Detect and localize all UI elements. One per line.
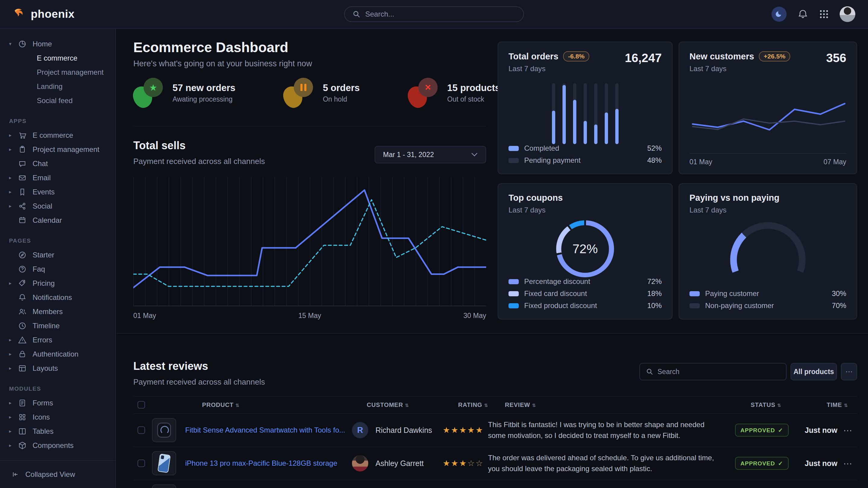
stat-value: 5 orders (323, 83, 360, 93)
warning-triangle-icon (18, 335, 27, 345)
row-checkbox[interactable] (137, 460, 145, 467)
axis-tick: 01 May (689, 158, 712, 166)
legend-item: Percentage discount 72% (508, 277, 662, 286)
legend-swatch (508, 291, 519, 296)
sidebar-item-starter[interactable]: Starter (0, 248, 115, 262)
legend-swatch (508, 303, 519, 308)
row-menu-button[interactable]: ⋯ (843, 425, 852, 435)
theme-toggle-button[interactable] (772, 7, 786, 22)
sidebar-item-ecommerce-app[interactable]: ▸ E commerce (0, 128, 115, 142)
sidebar-item-project-management-app[interactable]: ▸ Project management (0, 142, 115, 157)
user-avatar[interactable] (840, 6, 855, 22)
col-header-customer[interactable]: CUSTOMER⇅ (367, 401, 409, 409)
sidebar-item-home[interactable]: ▾ Home (0, 37, 115, 51)
reviews-search[interactable] (640, 363, 786, 380)
apps-grid-button[interactable] (819, 9, 829, 19)
more-options-button[interactable]: ⋯ (841, 363, 857, 380)
review-time: Just now (805, 426, 837, 435)
global-search[interactable] (344, 6, 524, 22)
clock-icon (18, 321, 27, 330)
reviews-search-input[interactable] (657, 368, 780, 376)
on-hold-icon (283, 77, 315, 108)
sidebar-item-label: Layouts (33, 364, 58, 372)
sidebar-item-members[interactable]: Members (0, 304, 115, 319)
sidebar-item-social[interactable]: ▸ Social (0, 199, 115, 213)
card-title: New customers (689, 52, 754, 62)
col-header-time[interactable]: TIME⇅ (827, 401, 848, 409)
sidebar-item-notifications[interactable]: Notifications (0, 290, 115, 304)
tag-icon (18, 279, 27, 288)
caret-right-icon: ▸ (9, 132, 18, 138)
legend-item: Non-paying customer 70% (689, 301, 846, 310)
caret-right-icon: ▸ (9, 175, 18, 181)
col-header-review[interactable]: REVIEW⇅ (505, 401, 536, 409)
select-all-checkbox[interactable] (137, 401, 145, 409)
axis-tick: 01 May (133, 312, 156, 320)
sidebar-item-label: Timeline (33, 322, 60, 330)
search-icon (646, 368, 653, 375)
sidebar-item-project-management-dashboard[interactable]: Project management (0, 65, 115, 79)
grid-icon (18, 413, 27, 422)
share-icon (18, 202, 27, 211)
legend-value: 30% (832, 289, 846, 298)
brand-logo[interactable]: phoenix (13, 7, 74, 21)
stat-out-of-stock: ✕ 15 products Out of stock (408, 77, 500, 108)
sidebar-item-label: Icons (33, 413, 50, 421)
sidebar-item-forms[interactable]: ▸ Forms (0, 396, 115, 410)
new-customers-value: 356 (826, 51, 846, 65)
product-thumbnail[interactable] (152, 484, 176, 488)
sidebar-item-label: Project management (33, 145, 99, 154)
new-customers-card: New customers +26.5% Last 7 days 356 01 … (679, 42, 857, 174)
sidebar-section-pages: PAGES (9, 237, 115, 244)
sort-icon: ⇅ (532, 403, 536, 408)
col-header-status[interactable]: STATUS⇅ (751, 401, 781, 409)
product-thumbnail-iphone[interactable] (152, 451, 176, 475)
sidebar-item-label: Social (33, 202, 52, 210)
product-thumbnail-smartwatch[interactable] (152, 418, 176, 442)
sidebar-item-errors[interactable]: ▸ Errors (0, 333, 115, 347)
date-range-select[interactable]: Mar 1 - 31, 2022 (375, 146, 486, 163)
sidebar-item-authentication[interactable]: ▸ Authentication (0, 347, 115, 361)
legend-swatch (508, 146, 519, 151)
sidebar-item-pricing[interactable]: ▸ Pricing (0, 276, 115, 290)
latest-reviews-title: Latest reviews (133, 360, 208, 372)
sidebar-item-tables[interactable]: ▸ Tables (0, 424, 115, 438)
sidebar-item-events[interactable]: ▸ Events (0, 185, 115, 199)
collapse-sidebar-button[interactable]: Collapsed View (0, 460, 115, 488)
sidebar-item-components[interactable]: ▸ Components (0, 438, 115, 452)
caret-right-icon: ▸ (9, 189, 18, 195)
row-menu-button[interactable]: ⋯ (843, 458, 852, 469)
stat-new-orders: ★ 57 new orders Awating processing (133, 77, 235, 108)
sidebar-item-ecommerce-dashboard[interactable]: E commerce (0, 51, 115, 65)
caret-right-icon: ▸ (9, 428, 18, 434)
sidebar-item-icons[interactable]: ▸ Icons (0, 410, 115, 424)
all-products-button[interactable]: All products (790, 363, 837, 380)
divider (116, 333, 868, 334)
sidebar-item-label: Events (33, 188, 55, 196)
reviews-table-header: PRODUCT⇅ CUSTOMER⇅ RATING⇅ REVIEW⇅ STATU… (133, 396, 857, 414)
col-header-product[interactable]: PRODUCT⇅ (202, 401, 240, 409)
total-orders-card: Total orders -6.8% Last 7 days 16,247 Co… (498, 42, 673, 174)
product-link[interactable]: Fitbit Sense Advanced Smartwatch with To… (185, 426, 345, 434)
sidebar-item-faq[interactable]: Faq (0, 262, 115, 276)
cube-icon (18, 441, 27, 450)
sidebar-item-chat[interactable]: Chat (0, 157, 115, 171)
sidebar-item-calendar[interactable]: Calendar (0, 213, 115, 227)
bar (605, 83, 608, 144)
sort-icon: ⇅ (405, 403, 409, 408)
search-input[interactable] (365, 10, 516, 19)
sidebar-nav: ▾ Home E commerce Project management Lan… (0, 29, 116, 488)
sidebar-item-email[interactable]: ▸ Email (0, 171, 115, 185)
product-link[interactable]: iPhone 13 pro max-Pacific Blue-128GB sto… (185, 459, 337, 467)
sidebar-item-landing[interactable]: Landing (0, 79, 115, 93)
legend-value: 72% (647, 277, 662, 286)
row-checkbox[interactable] (137, 426, 145, 434)
sort-icon: ⇅ (844, 403, 848, 408)
sidebar-item-social-feed[interactable]: Social feed (0, 93, 115, 108)
notifications-button[interactable] (798, 9, 808, 20)
col-header-rating[interactable]: RATING⇅ (458, 401, 488, 409)
sidebar-item-timeline[interactable]: Timeline (0, 319, 115, 333)
total-sells-x-axis: 01 May 15 May 30 May (133, 312, 486, 320)
sidebar-item-layouts[interactable]: ▸ Layouts (0, 361, 115, 375)
legend-swatch (689, 303, 700, 308)
